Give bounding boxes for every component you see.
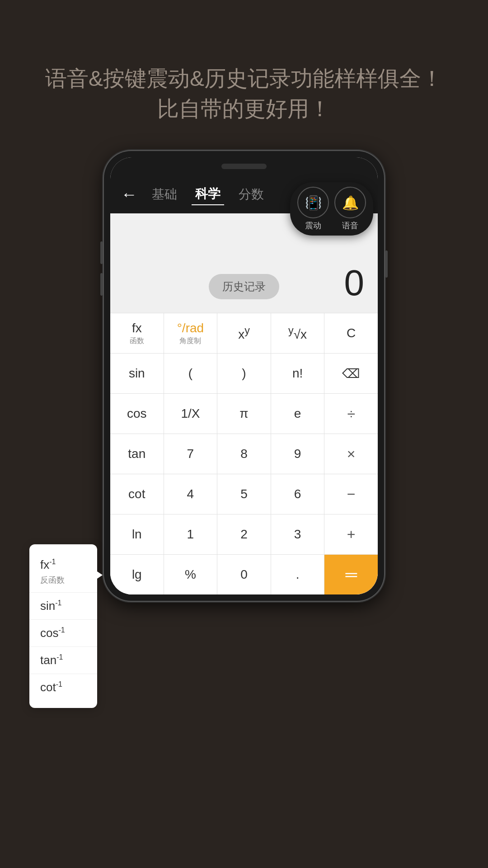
key-root[interactable]: y√x: [271, 313, 325, 353]
key-pi[interactable]: π: [217, 394, 271, 434]
key-sin[interactable]: sin: [110, 354, 164, 393]
key-1[interactable]: 1: [164, 514, 218, 554]
sidebar-item-cot-inverse[interactable]: cot-1: [29, 674, 97, 701]
key-sin-main: sin: [129, 366, 145, 381]
key-8[interactable]: 8: [217, 434, 271, 474]
key-3[interactable]: 3: [271, 514, 325, 554]
vibrate-button[interactable]: 📳 震动: [297, 187, 329, 231]
volume-up-button: [100, 241, 103, 264]
key-angle-mode[interactable]: °/rad 角度制: [164, 313, 218, 353]
tab-fraction[interactable]: 分数: [235, 184, 267, 205]
power-button: [385, 250, 388, 278]
key-2[interactable]: 2: [217, 514, 271, 554]
tab-basic[interactable]: 基础: [148, 184, 181, 205]
backspace-icon: ⌫: [342, 366, 360, 381]
key-open-paren-main: (: [188, 366, 192, 381]
key-subtract[interactable]: −: [324, 474, 378, 514]
phone-notch: [110, 157, 378, 175]
key-add[interactable]: +: [324, 514, 378, 554]
key-root-main: y√x: [288, 325, 307, 342]
key-0-main: 0: [240, 567, 248, 582]
display-value: 0: [344, 262, 365, 304]
sound-button[interactable]: 🔔 语音: [334, 187, 366, 231]
phone-frame: 📳 震动 🔔 语音 ← 基础 科学 分数 历史记录 0: [104, 151, 384, 601]
sidebar-item-sin-inverse[interactable]: sin-1: [29, 593, 97, 620]
sidebar-popup: fx-1反函数 sin-1 cos-1 tan-1 cot-1: [29, 544, 97, 708]
key-decimal-main: .: [296, 567, 300, 582]
multiply-icon: ×: [347, 446, 356, 462]
sound-label: 语音: [342, 220, 358, 231]
key-divide[interactable]: ÷: [324, 394, 378, 434]
key-cos-main: cos: [127, 406, 147, 421]
divide-icon: ÷: [347, 406, 355, 422]
calculator-keyboard: fx 函数 °/rad 角度制 xy y√x C: [110, 313, 378, 594]
key-row-3: cos 1/X π e ÷: [110, 393, 378, 434]
phone-screen: 📳 震动 🔔 语音 ← 基础 科学 分数 历史记录 0: [110, 157, 378, 594]
history-button[interactable]: 历史记录: [209, 274, 279, 299]
key-factorial[interactable]: n!: [271, 354, 325, 393]
key-7[interactable]: 7: [164, 434, 218, 474]
key-fx[interactable]: fx 函数: [110, 313, 164, 353]
key-angle-main: °/rad: [177, 321, 204, 335]
key-lg-main: lg: [132, 567, 142, 582]
key-7-main: 7: [187, 447, 194, 461]
key-1-main: 1: [187, 527, 194, 542]
key-backspace[interactable]: ⌫: [324, 354, 378, 393]
tab-science[interactable]: 科学: [192, 184, 224, 205]
key-reciprocal[interactable]: 1/X: [164, 394, 218, 434]
key-2-main: 2: [240, 527, 248, 542]
key-close-paren[interactable]: ): [217, 354, 271, 393]
key-row-4: tan 7 8 9 ×: [110, 434, 378, 474]
equals-icon: ═: [345, 565, 357, 584]
key-3-main: 3: [294, 527, 301, 542]
key-equals[interactable]: ═: [324, 555, 378, 594]
key-reciprocal-main: 1/X: [181, 406, 200, 421]
subtract-icon: −: [347, 486, 356, 503]
key-row-6: ln 1 2 3 +: [110, 514, 378, 554]
key-factorial-main: n!: [292, 366, 303, 381]
key-power[interactable]: xy: [217, 313, 271, 353]
vibrate-icon: 📳: [297, 187, 329, 218]
back-button[interactable]: ←: [121, 185, 137, 204]
key-ln[interactable]: ln: [110, 514, 164, 554]
key-4-main: 4: [187, 487, 194, 501]
sidebar-item-cos-inverse[interactable]: cos-1: [29, 620, 97, 647]
key-lg[interactable]: lg: [110, 555, 164, 594]
key-0[interactable]: 0: [217, 555, 271, 594]
key-decimal[interactable]: .: [271, 555, 325, 594]
promo-line1: 语音&按键震动&历史记录功能样样俱全！: [45, 63, 443, 94]
key-6-main: 6: [294, 487, 301, 501]
vibrate-label: 震动: [305, 220, 321, 231]
key-6[interactable]: 6: [271, 474, 325, 514]
key-8-main: 8: [240, 447, 248, 461]
key-cot[interactable]: cot: [110, 474, 164, 514]
promo-line2: 比自带的更好用！: [45, 94, 443, 124]
key-percent-main: %: [185, 567, 196, 582]
key-fx-main: fx: [132, 321, 142, 335]
sidebar-item-tan-inverse[interactable]: tan-1: [29, 647, 97, 674]
promo-text: 语音&按键震动&历史记录功能样样俱全！ 比自带的更好用！: [18, 63, 470, 124]
sidebar-item-fx-inverse[interactable]: fx-1反函数: [29, 552, 97, 593]
key-5[interactable]: 5: [217, 474, 271, 514]
key-clear[interactable]: C: [324, 313, 378, 353]
add-icon: +: [347, 526, 356, 543]
phone-speaker: [221, 164, 267, 169]
key-euler[interactable]: e: [271, 394, 325, 434]
key-open-paren[interactable]: (: [164, 354, 218, 393]
key-ln-main: ln: [132, 527, 142, 542]
key-row-2: sin ( ) n! ⌫: [110, 353, 378, 393]
key-row-1: fx 函数 °/rad 角度制 xy y√x C: [110, 313, 378, 353]
quick-settings-popup: 📳 震动 🔔 语音: [290, 182, 373, 236]
key-percent[interactable]: %: [164, 555, 218, 594]
key-power-main: xy: [238, 325, 250, 342]
key-4[interactable]: 4: [164, 474, 218, 514]
key-close-paren-main: ): [242, 366, 246, 381]
volume-down-button: [100, 273, 103, 296]
key-pi-main: π: [239, 406, 248, 421]
key-clear-main: C: [347, 326, 356, 340]
key-fx-sub: 函数: [130, 336, 144, 346]
key-multiply[interactable]: ×: [324, 434, 378, 474]
key-cos[interactable]: cos: [110, 394, 164, 434]
key-tan[interactable]: tan: [110, 434, 164, 474]
key-9[interactable]: 9: [271, 434, 325, 474]
